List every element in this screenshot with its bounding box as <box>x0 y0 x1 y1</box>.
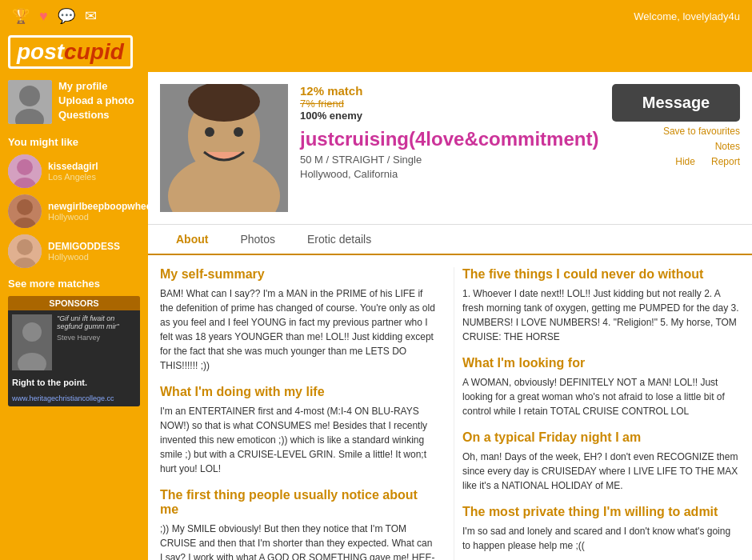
r-section-text-0: 1. Whoever I date next!! LOL!! Just kidd… <box>462 286 740 344</box>
match-name-2: newgirlbeepboopwhee <box>48 201 151 212</box>
svg-point-7 <box>17 199 33 215</box>
message-button[interactable]: Message <box>612 84 740 122</box>
section-text-1: I'm an ENTERTAINER first and 4-most (M:I… <box>160 404 438 476</box>
profile-body: My self-summary BAM! What can I say?? I'… <box>148 255 752 560</box>
match-info-3: DEMIGODDESS Hollywood <box>48 241 120 262</box>
match-info-section: 12% match 7% friend 100% enemy justcruis… <box>300 84 600 212</box>
logo-text-post: post <box>17 39 64 64</box>
profile-photo <box>160 84 288 212</box>
svg-point-10 <box>17 239 33 255</box>
sponsors-section: SPONSORS "Gif uni ift fwait on segfund g… <box>8 296 140 406</box>
heart-icon[interactable]: ♥ <box>39 8 48 25</box>
svg-point-4 <box>17 159 33 175</box>
chat-icon[interactable]: 💬 <box>58 7 75 25</box>
svg-point-20 <box>234 127 243 137</box>
user-location: Hollywood, California <box>300 168 600 180</box>
upload-photo-link[interactable]: Upload a photo <box>58 94 134 106</box>
left-column: My self-summary BAM! What can I say?? I'… <box>160 267 454 560</box>
sponsors-title: SPONSORS <box>8 296 140 310</box>
match-item-1[interactable]: kissedagirl Los Angeles <box>8 154 140 188</box>
ad-url[interactable]: www.heritagechristiancollege.cc <box>12 394 136 402</box>
logo-text-cupid: cupid <box>64 39 124 64</box>
header-icons: 🏆 ♥ 💬 ✉ <box>12 7 97 25</box>
enemy-percentage: 100% enemy <box>300 110 600 122</box>
profile-avatar <box>8 80 52 124</box>
match-name-3: DEMIGODDESS <box>48 241 120 252</box>
my-profile-link[interactable]: My profile <box>58 80 134 92</box>
match-info-2: newgirlbeepboopwhee Hollywood <box>48 201 151 222</box>
ad-tagline: Right to the point. <box>12 378 136 387</box>
see-more-matches[interactable]: See more matches <box>8 278 140 290</box>
r-section-title-3: The most private thing I'm willing to ad… <box>462 505 740 519</box>
header: 🏆 ♥ 💬 ✉ Welcome, lovelylady4u <box>0 0 752 32</box>
svg-point-13 <box>22 322 42 342</box>
match-location-1: Los Angeles <box>48 172 98 182</box>
trophy-icon[interactable]: 🏆 <box>12 7 30 25</box>
logo-bar: postcupid <box>0 32 752 72</box>
welcome-text: Welcome, lovelylady4u <box>634 10 740 22</box>
match-avatar-1 <box>8 154 42 188</box>
user-details: 50 M / STRAIGHT / Single <box>300 154 600 166</box>
section-title-0: My self-summary <box>160 267 438 282</box>
match-item-3[interactable]: DEMIGODDESS Hollywood <box>8 234 140 268</box>
r-section-title-2: On a typical Friday night I am <box>462 430 740 445</box>
profile-section: My profile Upload a photo Questions <box>8 80 140 124</box>
notes-link[interactable]: Notes <box>715 141 740 152</box>
right-column: The five things I could never do without… <box>454 267 740 560</box>
r-section-text-3: I'm so sad and lonely and scared and I d… <box>462 524 740 553</box>
r-section-text-1: A WOMAN, obviously! DEFINITELY NOT a MAN… <box>462 375 740 418</box>
main-content: 12% match 7% friend 100% enemy justcruis… <box>148 72 752 560</box>
main-layout: My profile Upload a photo Questions You … <box>0 72 752 560</box>
save-favourites-link[interactable]: Save to favourites <box>663 126 740 137</box>
tab-about[interactable]: About <box>160 225 224 255</box>
tab-erotic[interactable]: Erotic details <box>291 225 387 254</box>
section-text-2: ;)) My SMILE obviously! But then they no… <box>160 522 438 560</box>
match-location-2: Hollywood <box>48 212 151 222</box>
friend-percentage: 7% friend <box>300 98 600 110</box>
left-sidebar: My profile Upload a photo Questions You … <box>0 72 148 560</box>
section-text-0: BAM! What can I say?? I'm a MAN in the P… <box>160 286 438 373</box>
report-link[interactable]: Report <box>711 156 740 167</box>
profile-header: 12% match 7% friend 100% enemy justcruis… <box>148 72 752 225</box>
logo: postcupid <box>8 35 133 69</box>
profile-tabs: About Photos Erotic details <box>148 225 752 255</box>
match-location-3: Hollywood <box>48 252 120 262</box>
svg-point-1 <box>19 86 40 106</box>
you-might-like-title: You might like <box>8 136 140 148</box>
section-title-2: The first thing people usually notice ab… <box>160 488 438 517</box>
mail-icon[interactable]: ✉ <box>85 7 97 25</box>
section-title-1: What I'm doing with my life <box>160 385 438 399</box>
ad-text-block: "Gif uni ift fwait on segfund gumm mir" … <box>57 314 136 342</box>
r-section-title-1: What I'm looking for <box>462 356 740 370</box>
hide-link[interactable]: Hide <box>675 156 695 167</box>
action-buttons: Message Save to favourites Notes Hide Re… <box>612 84 740 212</box>
hide-report-section: Hide Report <box>675 156 740 167</box>
questions-link[interactable]: Questions <box>58 109 134 121</box>
username-display: justcruising(4love&commitment) <box>300 128 600 150</box>
tab-photos[interactable]: Photos <box>224 225 291 254</box>
profile-links: My profile Upload a photo Questions <box>58 80 134 121</box>
match-avatar-3 <box>8 234 42 268</box>
ad-content: "Gif uni ift fwait on segfund gumm mir" … <box>8 310 140 406</box>
match-name-1: kissedagirl <box>48 161 98 172</box>
ad-quote: "Gif uni ift fwait on segfund gumm mir" <box>57 314 136 330</box>
ad-person-image <box>12 314 52 370</box>
match-avatar-2 <box>8 194 42 228</box>
match-info-1: kissedagirl Los Angeles <box>48 161 98 182</box>
ad-image-area: "Gif uni ift fwait on segfund gumm mir" … <box>12 314 136 370</box>
ad-person-name: Steve Harvey <box>57 334 136 342</box>
you-might-like-section: You might like kissedagirl Los Angeles <box>8 136 140 268</box>
match-item-2[interactable]: newgirlbeepboopwhee Hollywood <box>8 194 140 228</box>
r-section-title-0: The five things I could never do without <box>462 267 740 282</box>
r-section-text-2: Oh, man! Days of the week, EH? I don't e… <box>462 450 740 493</box>
svg-point-19 <box>205 127 214 137</box>
match-percentage: 12% match <box>300 84 600 98</box>
